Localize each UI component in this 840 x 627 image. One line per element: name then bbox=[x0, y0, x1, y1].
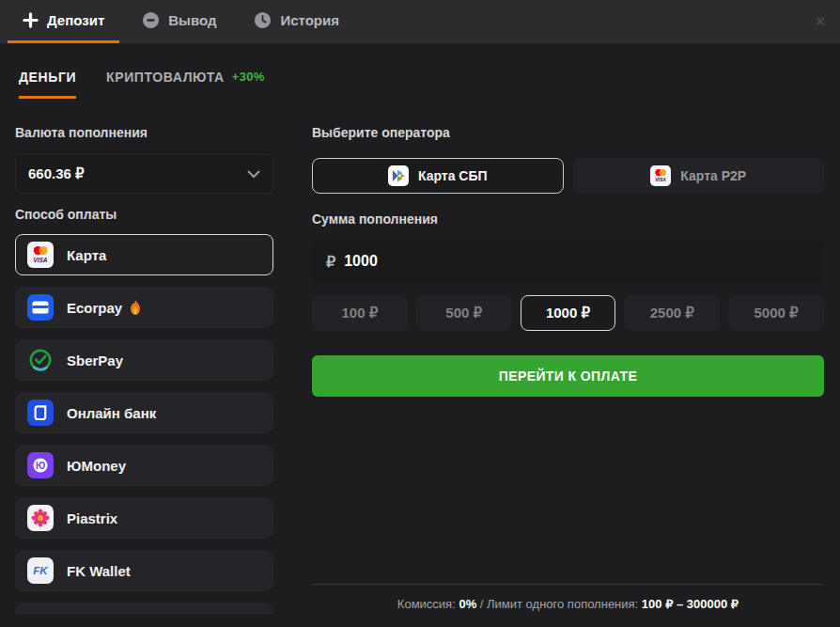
amount-input[interactable] bbox=[344, 253, 810, 270]
payment-method-label: Карта bbox=[67, 247, 106, 263]
subtab-money[interactable]: ДЕНЬГИ bbox=[19, 70, 76, 99]
plus-icon bbox=[23, 12, 39, 28]
yoomoney-icon: Ю bbox=[27, 452, 54, 478]
proceed-to-payment-button[interactable]: ПЕРЕЙТИ К ОПЛАТЕ bbox=[312, 355, 824, 397]
payment-methods-list: VISA Карта Ecorpay SberPay bbox=[15, 234, 273, 614]
payment-method-label: SberPay bbox=[67, 353, 123, 368]
method-label: Способ оплаты bbox=[15, 207, 273, 222]
amount-input-wrapper: ₽ bbox=[312, 241, 824, 282]
ecorpay-icon bbox=[27, 294, 54, 321]
amount-chip-2500[interactable]: 2500 ₽ bbox=[624, 295, 720, 331]
tab-withdraw[interactable]: Вывод bbox=[127, 0, 231, 43]
payment-method-label: Piastrix bbox=[67, 510, 117, 526]
tab-history[interactable]: История bbox=[239, 0, 354, 43]
payment-method-sberpay[interactable]: SberPay bbox=[15, 339, 273, 381]
ruble-sign: ₽ bbox=[326, 253, 335, 271]
sberpay-icon bbox=[27, 347, 54, 373]
tab-deposit[interactable]: Депозит bbox=[8, 0, 119, 43]
currency-value: 660.36 ₽ bbox=[28, 165, 85, 182]
visa-mastercard-icon: VISA bbox=[650, 165, 671, 186]
tab-history-label: История bbox=[280, 12, 339, 28]
subtab-money-label: ДЕНЬГИ bbox=[19, 70, 76, 85]
payment-method-label: FK Wallet bbox=[67, 563, 131, 579]
payment-method-label: Ecorpay bbox=[67, 300, 122, 316]
subtab-crypto-label: КРИПТОВАЛЮТА bbox=[106, 70, 225, 85]
limit-label: Лимит одного пополнения: bbox=[487, 597, 638, 611]
crypto-bonus-badge: +30% bbox=[232, 70, 265, 84]
deposit-form-column: Выберите оператора Карта СБП VISA Карта … bbox=[312, 125, 824, 615]
close-icon[interactable]: × bbox=[815, 0, 825, 43]
payment-method-partial[interactable] bbox=[15, 603, 273, 614]
deposit-content: Валюта пополнения 660.36 ₽ Способ оплаты… bbox=[0, 125, 840, 615]
note-separator: / bbox=[480, 597, 487, 611]
operator-p2p-card-button[interactable]: VISA Карта P2P bbox=[573, 158, 825, 194]
payment-method-yoomoney[interactable]: Ю ЮMoney bbox=[15, 445, 273, 486]
visa-mastercard-icon: VISA bbox=[27, 242, 54, 268]
header-bar: Депозит Вывод История × bbox=[0, 0, 840, 43]
payment-method-online-bank[interactable]: Онлайн банк bbox=[15, 392, 273, 433]
limit-value: 100 ₽ – 300000 ₽ bbox=[642, 597, 739, 611]
fire-icon bbox=[129, 300, 142, 316]
svg-text:VISA: VISA bbox=[655, 177, 666, 182]
chevron-down-icon bbox=[247, 170, 260, 179]
payment-method-piastrix[interactable]: Piastrix bbox=[15, 497, 273, 539]
piastrix-icon bbox=[27, 505, 54, 531]
operator-sbp-card-button[interactable]: Карта СБП bbox=[312, 158, 564, 194]
minus-circle-icon bbox=[142, 11, 160, 29]
currency-label: Валюта пополнения bbox=[15, 125, 273, 140]
amount-chip-5000[interactable]: 5000 ₽ bbox=[728, 295, 824, 331]
currency-select[interactable]: 660.36 ₽ bbox=[15, 154, 273, 194]
tab-withdraw-label: Вывод bbox=[168, 12, 216, 28]
operator-label-text: Карта СБП bbox=[418, 168, 488, 183]
amount-label: Сумма пополнения bbox=[312, 212, 824, 227]
payment-method-label: ЮMoney bbox=[67, 458, 126, 474]
history-icon bbox=[254, 11, 272, 29]
payment-method-ecorpay[interactable]: Ecorpay bbox=[15, 287, 273, 328]
commission-value: 0% bbox=[459, 597, 476, 611]
fk-wallet-icon: FK bbox=[27, 557, 54, 584]
amount-chip-500[interactable]: 500 ₽ bbox=[416, 295, 512, 331]
payment-method-fk-wallet[interactable]: FK FK Wallet bbox=[15, 550, 273, 591]
operator-buttons: Карта СБП VISA Карта P2P bbox=[312, 158, 824, 194]
operator-label-text: Карта P2P bbox=[680, 168, 746, 183]
limits-note: Комиссия: 0% / Лимит одного пополнения: … bbox=[312, 585, 824, 615]
deposit-subtabs: ДЕНЬГИ КРИПТОВАЛЮТА +30% bbox=[0, 43, 840, 100]
commission-label: Комиссия: bbox=[397, 597, 456, 611]
payment-methods-column: Валюта пополнения 660.36 ₽ Способ оплаты… bbox=[15, 125, 273, 615]
sbp-icon bbox=[388, 165, 409, 186]
operator-label: Выберите оператора bbox=[312, 125, 824, 140]
quick-amounts: 100 ₽ 500 ₽ 1000 ₽ 2500 ₽ 5000 ₽ bbox=[312, 295, 824, 331]
svg-text:Ю: Ю bbox=[36, 461, 45, 471]
spacer bbox=[312, 397, 824, 584]
svg-text:VISA: VISA bbox=[34, 257, 48, 263]
payment-method-card[interactable]: VISA Карта bbox=[15, 234, 273, 275]
amount-chip-100[interactable]: 100 ₽ bbox=[312, 295, 408, 331]
tab-deposit-label: Депозит bbox=[47, 12, 104, 28]
svg-text:FK: FK bbox=[33, 565, 48, 576]
subtab-crypto[interactable]: КРИПТОВАЛЮТА +30% bbox=[106, 70, 265, 99]
amount-chip-1000[interactable]: 1000 ₽ bbox=[521, 295, 616, 331]
online-bank-icon bbox=[27, 400, 54, 426]
payment-method-label: Онлайн банк bbox=[67, 405, 156, 421]
